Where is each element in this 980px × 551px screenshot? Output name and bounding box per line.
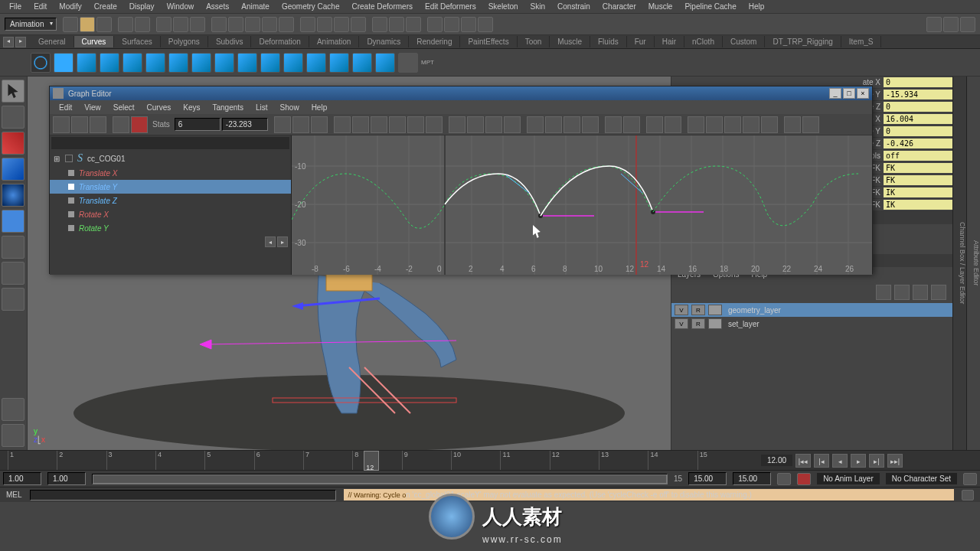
curve-12-icon[interactable] <box>329 53 349 73</box>
shelf-tab-fluids[interactable]: Fluids <box>590 36 627 47</box>
menu-edit-deformers[interactable]: Edit Deformers <box>419 1 482 12</box>
hypershade-icon[interactable] <box>926 17 942 32</box>
shelf-tab-animation[interactable]: Animation <box>309 36 359 47</box>
prev-key-button[interactable]: |◂ <box>814 454 829 468</box>
outliner-node-row[interactable]: ⊞ S cc_COG01 <box>50 151 291 166</box>
norm-icon[interactable] <box>688 116 704 133</box>
shelf-tab-deformation[interactable]: Deformation <box>251 36 309 47</box>
menu-geometry-cache[interactable]: Geometry Cache <box>276 1 346 12</box>
stats-value-input[interactable] <box>222 118 268 131</box>
range-slider-track[interactable] <box>92 474 668 484</box>
tan-auto-icon[interactable] <box>334 116 351 133</box>
mpt-tool-icon[interactable] <box>398 53 418 73</box>
shelf-tab-muscle[interactable]: Muscle <box>550 36 590 47</box>
tan-step-icon[interactable] <box>426 116 443 133</box>
curve-3-icon[interactable] <box>122 53 142 73</box>
menu-create-deformers[interactable]: Create Deformers <box>346 1 419 12</box>
shelf-tab-curves[interactable]: Curves <box>74 36 115 47</box>
curve-4-icon[interactable] <box>145 53 165 73</box>
current-frame-field[interactable]: 12.00 <box>761 455 792 466</box>
range-end-input[interactable] <box>688 472 727 485</box>
ge-menu-help[interactable]: Help <box>305 102 334 113</box>
menu-constrain[interactable]: Constrain <box>551 1 596 12</box>
layout-outliner-icon[interactable] <box>478 17 493 32</box>
history-icon[interactable] <box>300 17 315 32</box>
graph-area[interactable]: 12 -10-20-30 -8-6-4-20246810121416182022… <box>292 135 872 275</box>
outliner-search[interactable] <box>51 137 289 149</box>
range-start-input[interactable] <box>47 472 86 485</box>
curve-only-icon[interactable] <box>743 116 760 133</box>
linear-icon[interactable] <box>311 116 328 133</box>
shelf-tab-dt_trp_rigging[interactable]: DT_TRP_Rigging <box>765 36 841 47</box>
outliner-scroll-left-icon[interactable]: ◂ <box>265 236 276 247</box>
frame-all-icon[interactable] <box>113 116 129 133</box>
curve-1-icon[interactable] <box>77 53 96 73</box>
layout-four-icon[interactable] <box>444 17 459 32</box>
ge-menu-select[interactable]: Select <box>107 102 141 113</box>
lock-icon[interactable] <box>582 116 599 133</box>
shelf-tab-item_s[interactable]: Item_S <box>841 36 882 47</box>
layer-new-icon[interactable] <box>876 285 891 300</box>
curve-10-icon[interactable] <box>283 53 303 73</box>
shelf-tab-toon[interactable]: Toon <box>518 36 550 47</box>
mode-selector[interactable]: Animation <box>5 18 57 31</box>
menu-assets[interactable]: Assets <box>200 1 235 12</box>
menu-help[interactable]: Help <box>743 1 771 12</box>
tan-clamped-icon[interactable] <box>371 116 387 133</box>
input-icon[interactable] <box>317 17 332 32</box>
menu-file[interactable]: File <box>3 1 28 12</box>
character-set-selector[interactable]: No Character Set <box>886 473 957 484</box>
render-icon[interactable] <box>372 17 387 32</box>
channel-rotate-y[interactable]: Rotate Y <box>50 221 291 235</box>
layout-btn-icon[interactable] <box>2 398 24 421</box>
bookmarks-icon[interactable] <box>784 116 801 133</box>
layer-empty-icon[interactable] <box>894 285 910 300</box>
soft-mod-icon[interactable] <box>2 262 24 285</box>
time-slider[interactable]: 12 123456789101112131415 12.00 |◂◂ |◂ ◂ … <box>0 450 980 470</box>
menu-character[interactable]: Character <box>596 1 642 12</box>
curve-13-icon[interactable] <box>352 53 372 73</box>
menu-skin[interactable]: Skin <box>524 1 551 12</box>
menu-edit[interactable]: Edit <box>28 1 53 12</box>
save-scene-icon[interactable] <box>96 17 112 32</box>
layout-single-icon[interactable] <box>427 17 443 32</box>
anim-end-input[interactable] <box>733 472 771 485</box>
playback-prefs-icon[interactable] <box>963 473 977 485</box>
stack-icon[interactable] <box>724 116 741 133</box>
undo-icon[interactable] <box>118 17 133 32</box>
select-tool-icon[interactable] <box>2 80 24 103</box>
paint-select-icon[interactable] <box>190 17 205 32</box>
clamped-icon[interactable] <box>292 116 309 133</box>
ge-menu-list[interactable]: List <box>250 102 274 113</box>
time-snap-icon[interactable] <box>605 116 622 133</box>
set-key-icon[interactable] <box>797 473 811 485</box>
expand-icon[interactable]: ⊞ <box>53 155 60 163</box>
menu-skeleton[interactable]: Skeleton <box>482 1 524 12</box>
visor-icon[interactable] <box>943 17 959 32</box>
ge-menu-show[interactable]: Show <box>274 102 305 113</box>
shelf-tab-hair[interactable]: Hair <box>655 36 684 47</box>
manip-tool-icon[interactable] <box>2 236 24 259</box>
lattice-icon[interactable] <box>90 116 106 133</box>
unify-tan-icon[interactable] <box>467 116 484 133</box>
go-end-button[interactable]: ▸▸| <box>887 454 903 468</box>
tan-spline-icon[interactable] <box>352 116 369 133</box>
ge-menu-tangents[interactable]: Tangents <box>206 102 250 113</box>
panel-tab-attribute-editor[interactable]: Attribute Editor <box>966 77 980 450</box>
shelf-tab-surfaces[interactable]: Surfaces <box>114 36 160 47</box>
render-settings-icon[interactable] <box>406 17 421 32</box>
script-editor-icon[interactable] <box>962 490 974 500</box>
shelf-tab-painteffects[interactable]: PaintEffects <box>460 36 517 47</box>
curve-11-icon[interactable] <box>306 53 326 73</box>
cycle-icon[interactable] <box>564 116 580 133</box>
denorm-icon[interactable] <box>706 116 723 133</box>
circle-tool-icon[interactable] <box>31 53 51 73</box>
swap-icon[interactable] <box>665 116 681 133</box>
break-tan-icon[interactable] <box>449 116 466 133</box>
play-back-button[interactable]: ◂ <box>832 454 848 468</box>
frame-play-icon[interactable] <box>131 116 148 133</box>
construction-icon[interactable] <box>351 17 366 32</box>
lasso-icon[interactable] <box>173 17 188 32</box>
rotate-tool-icon[interactable] <box>2 184 24 207</box>
ge-menu-keys[interactable]: Keys <box>177 102 206 113</box>
